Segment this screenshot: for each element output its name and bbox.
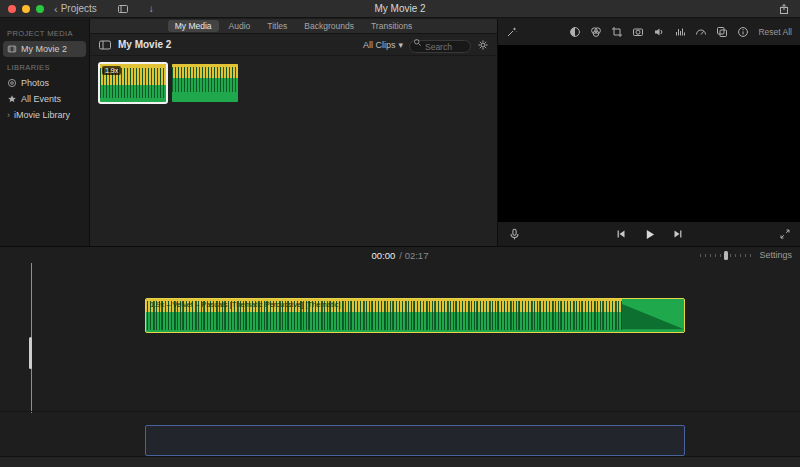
stabilization-icon[interactable] bbox=[632, 26, 644, 38]
viewer-toolbar: Reset All bbox=[498, 19, 800, 45]
speed-badge: 1.9x bbox=[102, 66, 121, 75]
sidebar-item-all-events[interactable]: All Events bbox=[0, 91, 89, 107]
tab-titles[interactable]: Titles bbox=[260, 20, 294, 32]
photos-icon bbox=[7, 78, 17, 88]
minimize-window-button[interactable] bbox=[22, 5, 30, 13]
timeline-zoom-slider[interactable] bbox=[700, 251, 752, 260]
track-divider bbox=[0, 411, 800, 412]
filmstrip-icon bbox=[7, 44, 17, 54]
volume-icon[interactable] bbox=[653, 26, 665, 38]
star-icon bbox=[7, 94, 17, 104]
download-icon[interactable]: ↓ bbox=[149, 3, 154, 14]
back-to-projects-label: Projects bbox=[61, 3, 97, 14]
window-controls bbox=[8, 5, 44, 13]
color-balance-icon[interactable] bbox=[569, 26, 581, 38]
disclosure-chevron-icon: › bbox=[7, 110, 10, 120]
back-to-projects-button[interactable]: ‹ Projects bbox=[54, 3, 97, 15]
project-media-heading: PROJECT MEDIA bbox=[0, 23, 89, 41]
playhead-handle[interactable] bbox=[29, 337, 32, 369]
tab-backgrounds[interactable]: Backgrounds bbox=[297, 20, 361, 32]
background-music-well[interactable] bbox=[145, 425, 685, 456]
playback-controls bbox=[498, 222, 800, 246]
timeline-header: 00:00 / 02:17 Settings bbox=[0, 247, 800, 263]
sidebar-item-label: My Movie 2 bbox=[21, 44, 67, 54]
tab-audio[interactable]: Audio bbox=[222, 20, 258, 32]
library-sidebar: PROJECT MEDIA My Movie 2 LIBRARIES Photo… bbox=[0, 19, 90, 246]
sidebar-item-photos[interactable]: Photos bbox=[0, 75, 89, 91]
clip-name-label: 1.9x – Velvet – Pascals [Thematic Percus… bbox=[150, 300, 341, 309]
skip-back-icon[interactable] bbox=[615, 228, 627, 240]
color-correction-icon[interactable] bbox=[590, 26, 602, 38]
playhead-time: 00:00 bbox=[372, 250, 396, 261]
speed-gauge-icon[interactable] bbox=[695, 26, 707, 38]
fade-out-handle[interactable] bbox=[622, 299, 684, 332]
timeline-settings-button[interactable]: Settings bbox=[759, 250, 792, 260]
chevron-left-icon: ‹ bbox=[54, 3, 58, 15]
audio-clip-thumbnail-1[interactable]: 1.9x bbox=[100, 64, 166, 102]
sidebar-toggle-icon[interactable] bbox=[98, 39, 112, 51]
search-field bbox=[409, 36, 471, 54]
timeline-tracks: 1.9x – Velvet – Pascals [Thematic Percus… bbox=[0, 263, 800, 467]
noise-reduction-equalizer-icon[interactable] bbox=[674, 26, 686, 38]
zoom-slider-thumb[interactable] bbox=[724, 251, 728, 260]
timeline-bottom-bar bbox=[0, 456, 800, 467]
reset-all-button[interactable]: Reset All bbox=[758, 27, 792, 37]
chevron-down-icon: ▾ bbox=[398, 40, 403, 50]
clips-grid: 1.9x bbox=[90, 56, 497, 110]
audio-clip-thumbnail-2[interactable] bbox=[172, 64, 238, 102]
clip-filter-dropdown[interactable]: All Clips ▾ bbox=[363, 40, 403, 50]
timeline-audio-clip[interactable]: 1.9x – Velvet – Pascals [Thematic Percus… bbox=[145, 298, 685, 333]
close-window-button[interactable] bbox=[8, 5, 16, 13]
tab-transitions[interactable]: Transitions bbox=[364, 20, 419, 32]
timeline-header-right: Settings bbox=[700, 247, 792, 263]
video-preview bbox=[498, 45, 800, 222]
tab-my-media[interactable]: My Media bbox=[168, 20, 219, 32]
clip-filter-label: All Clips bbox=[363, 40, 396, 50]
viewer-panel: Reset All bbox=[497, 19, 800, 246]
sidebar-item-my-movie-2[interactable]: My Movie 2 bbox=[3, 41, 86, 57]
media-tabs: My Media Audio Titles Backgrounds Transi… bbox=[90, 19, 497, 34]
timeline-panel: 00:00 / 02:17 Settings 1.9x – Velvet – P… bbox=[0, 246, 800, 467]
sidebar-item-label: iMovie Library bbox=[14, 110, 70, 120]
waveform-texture bbox=[172, 67, 238, 92]
browser-title: My Movie 2 bbox=[118, 39, 171, 50]
libraries-heading: LIBRARIES bbox=[0, 57, 89, 75]
share-icon[interactable] bbox=[778, 3, 790, 15]
sidebar-item-label: Photos bbox=[21, 78, 49, 88]
imovie-window: ‹ Projects ↓ My Movie 2 PROJECT MEDIA My… bbox=[0, 0, 800, 467]
sidebar-item-label: All Events bbox=[21, 94, 61, 104]
zoom-window-button[interactable] bbox=[36, 5, 44, 13]
play-icon[interactable] bbox=[643, 228, 656, 241]
transport-controls bbox=[498, 228, 800, 241]
sidebar-item-imovie-library[interactable]: › iMovie Library bbox=[0, 107, 89, 123]
skip-forward-icon[interactable] bbox=[672, 228, 684, 240]
browser-header: My Movie 2 All Clips ▾ bbox=[90, 34, 497, 56]
total-duration: / 02:17 bbox=[399, 250, 428, 261]
clip-filters-effects-icon[interactable] bbox=[716, 26, 728, 38]
titlebar: ‹ Projects ↓ My Movie 2 bbox=[0, 0, 800, 18]
enhance-wand-icon[interactable] bbox=[506, 26, 518, 38]
search-icon bbox=[413, 38, 422, 47]
browser-settings-gear-icon[interactable] bbox=[477, 39, 489, 51]
crop-icon[interactable] bbox=[611, 26, 623, 38]
media-browser: My Media Audio Titles Backgrounds Transi… bbox=[90, 19, 497, 246]
clip-info-icon[interactable] bbox=[737, 26, 749, 38]
edit-project-icon[interactable] bbox=[117, 3, 129, 15]
